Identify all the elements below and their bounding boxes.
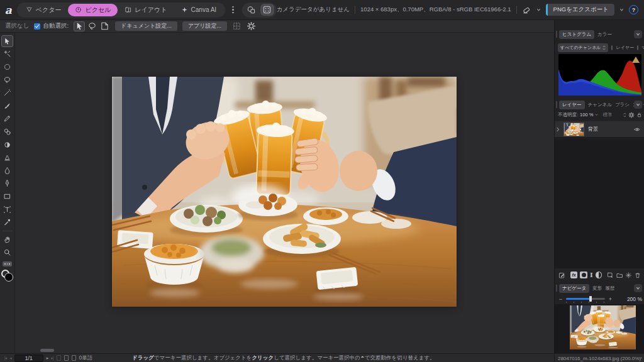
mask-layer-button[interactable] [580,272,587,278]
trash-icon[interactable] [635,272,641,279]
chevron-down-icon [636,32,640,36]
chevron-down-icon[interactable] [536,8,541,12]
first-page-button[interactable]: |◂ [4,356,6,361]
tab-brushes[interactable]: ブラシ [615,102,630,108]
marquee-checkbox[interactable] [637,45,638,50]
pixel-grid-icon[interactable] [232,21,242,31]
hardware-acceleration-icon[interactable] [522,5,531,14]
chevron-down-icon[interactable] [595,113,598,116]
tab-history[interactable]: 履歴 [605,285,614,292]
live-filter-button[interactable]: I [590,272,593,278]
dodge-burn-tool[interactable] [1,139,13,151]
last-page-button[interactable]: ▸| [51,356,53,361]
pixel-pencil-tool[interactable] [1,112,13,124]
selection-brush-tool[interactable] [1,61,13,73]
zoom-in-button[interactable]: + [608,296,613,302]
layers-collapse-button[interactable] [634,101,642,109]
expand-chevron-icon[interactable] [556,127,560,132]
smart-selection-brush-tool[interactable] [1,87,13,99]
pen-tool[interactable] [1,177,13,189]
duplicate-page-icon[interactable] [64,355,69,361]
new-image-layer-icon[interactable] [607,272,614,279]
color-swatch[interactable] [1,270,13,282]
topbar-right-cluster: カメラデータがありません 1024 × 683px、0.70MP、RGBA/8 … [277,4,644,16]
freehand-selection-tool[interactable] [1,74,13,86]
select-layer-mode-button[interactable] [99,21,110,31]
paint-brush-tool[interactable] [1,100,13,112]
layers-panel-footer: fx I [555,268,644,282]
document-settings-button[interactable]: ドキュメント設定... [115,21,177,31]
document-image[interactable] [112,77,457,307]
more-tools-button[interactable] [3,261,12,266]
flood-select-tool[interactable] [1,48,13,60]
auto-select-toggle[interactable]: 自動選択: [34,22,69,30]
previous-page-button[interactable]: ◂ [9,356,11,361]
visibility-eye-icon[interactable] [633,126,641,133]
rectangle-shape-tool[interactable] [1,190,13,202]
select-lasso-mode-button[interactable] [86,21,97,31]
stamp-tool[interactable] [1,151,13,163]
group-folder-icon[interactable] [616,272,623,279]
persona-overflow-menu[interactable] [229,4,236,16]
snapping-button[interactable] [245,4,258,16]
layer-name: 背景 [588,126,630,133]
edit-pencil-square-icon[interactable] [558,272,565,279]
layer-checkbox[interactable] [611,45,613,50]
fill-color-swatch[interactable] [4,273,13,282]
layer-settings-gear-icon[interactable] [628,112,635,118]
add-page-icon[interactable] [72,355,76,361]
select-object-mode-button[interactable] [74,21,85,31]
tab-navigator[interactable]: ナビゲータ [559,284,589,293]
tab-transform[interactable]: 変形 [592,285,602,292]
new-layer-pattern-icon[interactable] [625,272,632,279]
tab-channels[interactable]: チャンネル [588,102,612,108]
zoom-percentage[interactable]: 200 % [627,296,642,302]
lock-icon[interactable] [636,112,642,118]
histogram-collapse-button[interactable] [634,30,642,38]
layer-effects-fx-button[interactable]: fx [570,272,578,278]
move-tool[interactable] [1,35,13,47]
assistant-button[interactable] [260,4,274,16]
tab-color[interactable]: カラー [597,31,612,38]
gear-icon[interactable] [247,21,256,31]
zoom-slider[interactable] [566,298,605,300]
clone-stamp-tool[interactable] [1,126,13,138]
canvas-viewport[interactable] [16,33,554,353]
view-pan-tool[interactable] [1,234,13,246]
adjustment-layer-button[interactable] [596,272,602,278]
sparkle-icon [181,6,188,13]
page-indicator[interactable]: 1/1 [14,354,43,362]
persona-tab-layout[interactable]: レイアウト [118,4,174,16]
help-button[interactable]: ? [629,5,638,14]
stepper-icon[interactable] [623,112,626,118]
tab-histogram[interactable]: ヒストグラム [559,30,594,39]
delete-page-icon[interactable] [57,355,61,361]
layer-row-background[interactable]: 背景 [555,121,644,138]
zoom-tool[interactable] [1,246,13,258]
opacity-value[interactable]: 100 % [580,112,593,118]
horizontal-scrollbar[interactable] [40,349,54,352]
navigator-zoom-controls: − + 200 % [558,294,642,304]
layers-panel-header: レイヤー チャンネル ブラシ ストック [555,99,644,110]
export-options-chevron-icon[interactable] [619,8,624,12]
persona-tab-canva-ai[interactable]: Canva AI [174,4,224,16]
navigator-thumbnail[interactable] [570,305,636,349]
export-png-button[interactable]: PNGをエクスポート [546,4,614,16]
blend-mode-select[interactable]: 標準 [602,112,612,118]
frame-text-tool[interactable] [1,204,13,216]
layers-list-empty-area[interactable] [555,138,644,268]
auto-select-checkbox[interactable] [34,23,40,30]
navigator-collapse-button[interactable] [634,284,642,292]
persona-tab-vector[interactable]: ベクター [19,4,69,16]
persona-tab-pixel[interactable]: ピクセル [68,4,118,16]
color-picker-tool[interactable] [1,216,13,228]
next-page-button[interactable]: ▸ [47,356,48,361]
zoom-slider-handle[interactable] [589,296,592,302]
app-settings-button[interactable]: アプリ設定... [182,21,227,31]
zoom-out-button[interactable]: − [558,296,564,302]
affinity-logo: a [0,4,17,16]
tab-layers[interactable]: レイヤー [559,101,585,109]
blur-smudge-tool[interactable] [1,165,13,177]
layer-thumbnail[interactable] [564,123,584,136]
channels-dropdown[interactable]: すべてのチャンネル [558,43,608,52]
